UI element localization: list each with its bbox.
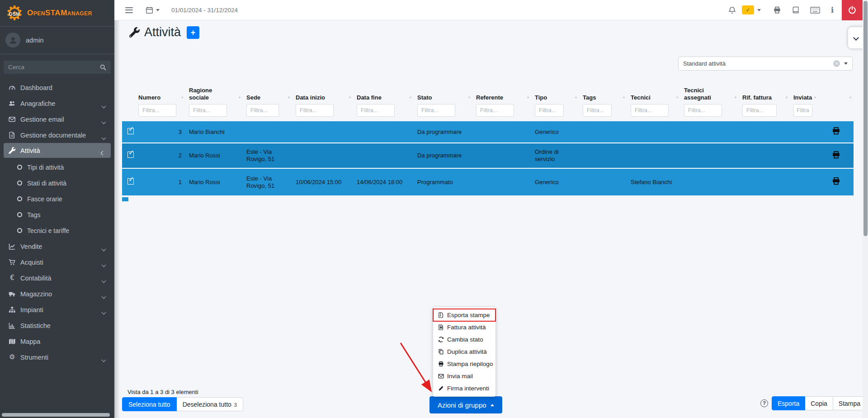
sidebar-item-strumenti[interactable]: ⚙Strumenti — [0, 349, 114, 365]
sidebar-item-tags[interactable]: Tags — [0, 207, 114, 223]
column-header-referente[interactable]: Referente — [472, 87, 531, 103]
daterange-picker-button[interactable] — [146, 6, 160, 14]
sidebar-item-dashboard[interactable]: Dashboard — [0, 80, 114, 95]
sidebar-item-anagrafiche[interactable]: Anagrafiche — [0, 95, 114, 111]
table-row[interactable]: 3 Mario Bianchi Da programmare Generico — [122, 121, 854, 143]
sidebar-item-impianti[interactable]: Impianti — [0, 302, 114, 318]
cell-inviata — [790, 168, 818, 195]
filter-stato-input[interactable] — [417, 104, 455, 117]
sidebar-item-fasce-orarie[interactable]: Fasce orarie — [0, 191, 114, 207]
column-header-tecnici-assegnati[interactable]: Tecnici assegnati — [680, 87, 739, 103]
table-row[interactable]: 2 Mario Rossi Este - Via Rovigo, 51 Da p… — [122, 143, 854, 168]
deselect-all-button[interactable]: Deseleziona tutto3 — [177, 397, 243, 411]
filter-numero-input[interactable] — [138, 104, 176, 117]
search-input[interactable] — [4, 61, 95, 74]
sidebar-item-tipi-di-attivita[interactable]: Tipi di attività — [0, 159, 114, 175]
notifications-bell-icon[interactable] — [728, 6, 736, 14]
cell-rif-fattura — [739, 168, 790, 195]
daterange-value[interactable]: 01/01/2024 - 31/12/2024 — [171, 7, 238, 14]
row-checkbox-checked[interactable] — [127, 178, 134, 185]
cell-referente — [472, 168, 531, 195]
cell-tags — [579, 121, 627, 143]
group-actions-button[interactable]: Azioni di gruppo — [429, 396, 502, 413]
chevron-left-icon — [102, 308, 105, 315]
brand-link[interactable]: ⚙ OSM OpenSTAManager — [0, 0, 114, 27]
row-checkbox-checked[interactable] — [127, 152, 134, 158]
sidebar-item-gestione-documentale[interactable]: Gestione documentale — [0, 127, 114, 143]
export-button[interactable]: Esporta — [772, 396, 805, 410]
column-header-print[interactable] — [818, 87, 854, 103]
column-header-stato[interactable]: Stato — [414, 87, 472, 103]
menu-item-firma-interventi[interactable]: Firma interventi — [433, 382, 495, 394]
print-row-icon[interactable] — [831, 151, 841, 159]
clear-icon[interactable]: × — [833, 60, 840, 67]
sidebar-scrollbar-thumb[interactable] — [2, 413, 110, 417]
caret-down-icon[interactable] — [757, 9, 761, 11]
sidebar-item-acquisti[interactable]: Acquisti — [0, 254, 114, 270]
filter-inviata-input[interactable] — [793, 104, 812, 117]
menu-item-invia-mail[interactable]: Invia mail — [433, 370, 495, 382]
plugin-select[interactable]: Standard attività × — [678, 57, 853, 71]
menu-item-duplica-attivita[interactable]: Duplica attività — [433, 346, 495, 358]
filter-tipo-input[interactable] — [535, 104, 564, 117]
filter-rif-fattura-input[interactable] — [742, 104, 777, 117]
sidebar-item-statistiche[interactable]: Statistiche — [0, 318, 114, 333]
sidebar-item-mappa[interactable]: Mappa — [0, 333, 114, 349]
menu-item-stampa-riepilogo[interactable]: Stampa riepilogo — [433, 358, 495, 370]
table-row[interactable]: 1 Mario Rossi Este - Via Rovigo, 51 10/0… — [122, 168, 854, 195]
sidebar-item-gestione-email[interactable]: Gestione email — [0, 111, 114, 127]
sidebar-item-magazzino[interactable]: Magazzino — [0, 286, 114, 302]
keyboard-shortcuts-icon[interactable] — [810, 7, 820, 14]
column-header-rif-fattura[interactable]: Rif. fattura — [739, 87, 790, 103]
menu-item-cambia-stato[interactable]: Cambia stato — [433, 333, 495, 346]
hamburger-menu-icon[interactable] — [124, 5, 134, 16]
search-button[interactable] — [95, 61, 111, 74]
caret-down-icon — [156, 9, 160, 11]
print-icon[interactable] — [773, 6, 781, 14]
column-header-tags[interactable]: Tags — [579, 87, 627, 103]
column-header-sede[interactable]: Sede — [243, 87, 292, 103]
wrench-icon — [8, 147, 16, 154]
column-header-numero[interactable]: Numero — [135, 87, 185, 103]
filter-sede-input[interactable] — [246, 104, 279, 117]
menu-item-fattura-attivita[interactable]: Fattura attività — [433, 321, 495, 333]
print-button[interactable]: Stampa — [833, 396, 866, 410]
print-row-icon[interactable] — [831, 177, 841, 185]
filter-tecnici-input[interactable] — [631, 104, 669, 117]
column-header-inviata[interactable]: Inviata — [790, 87, 818, 103]
info-icon[interactable]: i — [830, 6, 835, 14]
sidebar-item-tecnici-e-tariffe[interactable]: Tecnici e tariffe — [0, 223, 114, 238]
column-header-ragione-sociale[interactable]: Ragione sociale — [185, 87, 243, 103]
page-header: Attività + — [129, 25, 199, 39]
sidebar-item-stati-di-attivita[interactable]: Stati di attività — [0, 175, 114, 191]
filter-ragione-sociale-input[interactable] — [189, 104, 227, 117]
column-header-data-fine[interactable]: Data fine — [353, 87, 414, 103]
chevron-left-icon — [102, 118, 105, 125]
filter-data-fine-input[interactable] — [357, 104, 395, 117]
row-checkbox-checked[interactable] — [127, 128, 134, 134]
copy-button[interactable]: Copia — [805, 396, 833, 410]
sidebar-item-attivita[interactable]: Attività — [4, 143, 111, 158]
sidebar-item-contabilita[interactable]: €Contabilità — [0, 270, 114, 286]
cell-data-fine — [353, 143, 414, 168]
logout-power-button[interactable] — [842, 0, 863, 20]
cell-tecnici: Stefano Bianchi — [627, 168, 680, 195]
filter-tags-input[interactable] — [583, 104, 612, 117]
filter-referente-input[interactable] — [476, 104, 514, 117]
help-icon[interactable]: ? — [760, 399, 768, 407]
checklist-badge-icon[interactable] — [742, 5, 754, 14]
column-header-data-inizio[interactable]: Data inizio — [292, 87, 353, 103]
column-header-tipo[interactable]: Tipo — [531, 87, 579, 103]
filter-tecnici-assegnati-input[interactable] — [684, 104, 722, 117]
vertical-scrollbar-thumb[interactable] — [863, 1, 868, 236]
printer-icon — [438, 361, 444, 367]
select-all-button[interactable]: Seleziona tutto — [122, 397, 177, 411]
add-activity-button[interactable]: + — [187, 26, 199, 39]
docs-book-icon[interactable] — [793, 6, 800, 14]
filter-data-inizio-input[interactable] — [296, 104, 334, 117]
cell-data-inizio — [292, 121, 353, 143]
column-header-tecnici[interactable]: Tecnici — [627, 87, 680, 103]
sidebar-item-vendite[interactable]: Vendite — [0, 238, 114, 254]
menu-item-esporta-stampe[interactable]: Esporta stampe — [433, 309, 495, 321]
print-row-icon[interactable] — [831, 127, 841, 135]
